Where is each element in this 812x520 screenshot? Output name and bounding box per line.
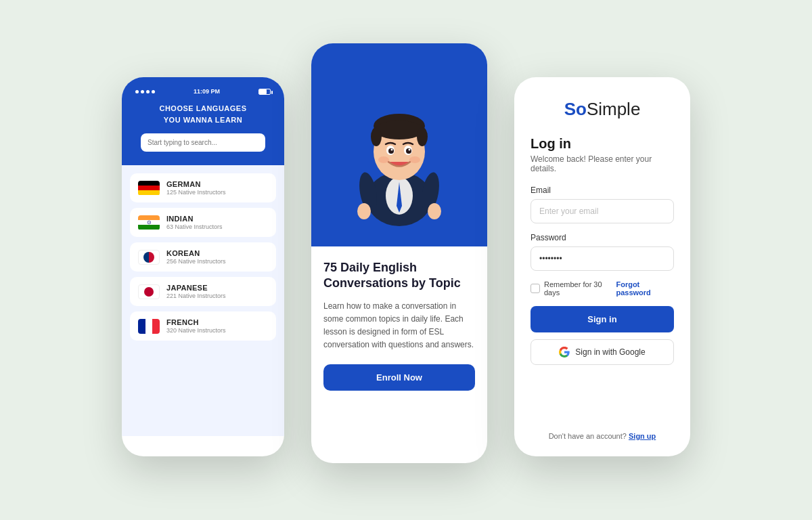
- svg-point-20: [428, 203, 441, 219]
- language-name: FRENCH: [166, 318, 268, 326]
- list-item[interactable]: JAPANESE 221 Native Instructors: [130, 277, 276, 306]
- instructor-count: 125 Native Instructors: [166, 189, 268, 196]
- list-item[interactable]: KOREAN 256 Native Instructors: [130, 242, 276, 272]
- signup-row: Don't have an account? Sign up: [531, 432, 674, 440]
- forgot-password-link[interactable]: Forgot password: [616, 280, 674, 297]
- instructor-count: 221 Native Instructors: [166, 292, 268, 299]
- language-name: KOREAN: [166, 249, 268, 257]
- phone-course-card: 75 Daily English Conversations by Topic …: [311, 43, 487, 463]
- statusbar: 11:09 PM: [133, 88, 273, 95]
- language-name: INDIAN: [166, 215, 268, 223]
- email-field[interactable]: [531, 199, 674, 223]
- language-search-input[interactable]: [141, 133, 265, 152]
- course-hero: [311, 43, 487, 246]
- status-time: 11:09 PM: [194, 88, 220, 95]
- instructor-count: 63 Native Instructors: [166, 223, 268, 230]
- instructor-count: 320 Native Instructors: [166, 327, 268, 334]
- signal-dots: [135, 90, 155, 93]
- list-item[interactable]: FRENCH 320 Native Instructors: [130, 311, 276, 341]
- login-subtitle: Welcome back! Please enter your details.: [531, 154, 674, 173]
- logo-simple: Simple: [587, 99, 640, 119]
- list-item[interactable]: INDIAN 63 Native Instructors: [130, 208, 276, 237]
- login-title: Log in: [531, 136, 674, 152]
- signup-link[interactable]: Sign up: [629, 432, 656, 440]
- language-list: GERMAN 125 Native Instructors INDIAN 63 …: [122, 165, 284, 436]
- course-info: 75 Daily English Conversations by Topic …: [311, 246, 487, 404]
- phone1-header: 11:09 PM CHOOSE LANGUAGES YOU WANNA LEAR…: [122, 77, 284, 165]
- logo-so: So: [564, 99, 587, 119]
- svg-point-16: [409, 156, 420, 163]
- svg-point-8: [417, 127, 428, 146]
- svg-point-14: [409, 149, 411, 151]
- google-signin-button[interactable]: Sign in with Google: [531, 339, 674, 365]
- course-title: 75 Daily English Conversations by Topic: [323, 260, 475, 292]
- email-label: Email: [531, 186, 674, 195]
- instructor-count: 256 Native Instructors: [166, 258, 268, 265]
- flag-indian: [138, 215, 160, 230]
- language-name: JAPANESE: [166, 284, 268, 292]
- flag-german: [138, 181, 160, 196]
- svg-point-7: [371, 127, 382, 146]
- list-item[interactable]: GERMAN 125 Native Instructors: [130, 173, 276, 202]
- phone-login: SoSimple Log in Welcome back! Please ent…: [514, 77, 690, 456]
- flag-korean: [138, 250, 160, 265]
- remember-row: Remember for 30 days Forgot password: [531, 280, 674, 297]
- password-label: Password: [531, 233, 674, 242]
- google-signin-label: Sign in with Google: [575, 347, 645, 357]
- signup-prompt: Don't have an account?: [549, 432, 627, 440]
- signin-button[interactable]: Sign in: [531, 306, 674, 332]
- svg-point-6: [375, 121, 424, 139]
- svg-point-19: [357, 203, 371, 219]
- remember-label: Remember for 30 days: [544, 280, 616, 297]
- flag-japanese: [138, 284, 160, 299]
- flag-french: [138, 319, 160, 334]
- language-name: GERMAN: [166, 180, 268, 188]
- password-field[interactable]: [531, 246, 674, 271]
- svg-point-15: [378, 156, 389, 163]
- phone1-title: CHOOSE LANGUAGES YOU WANNA LEARN: [133, 103, 273, 125]
- phone-language-selector: 11:09 PM CHOOSE LANGUAGES YOU WANNA LEAR…: [122, 77, 284, 456]
- svg-point-13: [391, 149, 393, 151]
- google-icon: [559, 347, 570, 358]
- battery-icon: [258, 89, 271, 95]
- cartoon-character: [345, 57, 453, 233]
- remember-checkbox[interactable]: [531, 284, 540, 293]
- course-description: Learn how to make a conversation in some…: [323, 300, 475, 352]
- enroll-button[interactable]: Enroll Now: [323, 364, 475, 391]
- app-logo: SoSimple: [531, 99, 674, 120]
